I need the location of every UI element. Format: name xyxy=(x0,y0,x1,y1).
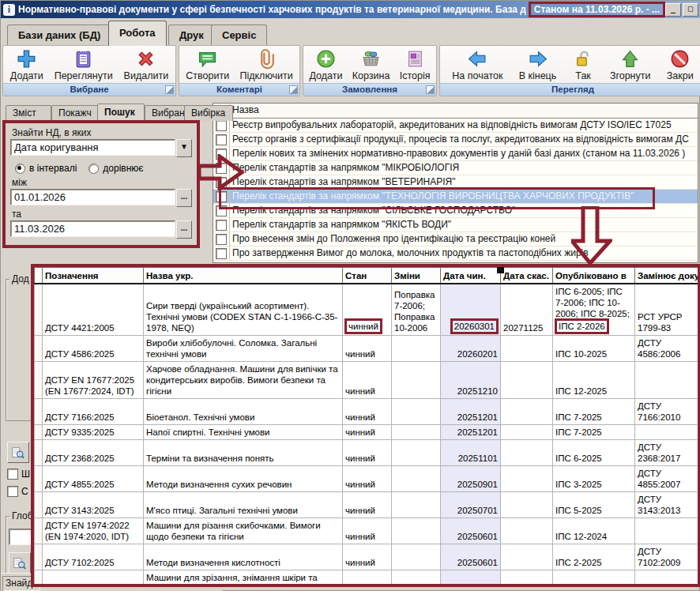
row-checkbox[interactable] xyxy=(216,220,227,231)
cell-changes xyxy=(392,425,441,440)
list-item[interactable]: Реєстр органів з сертифікації продукції,… xyxy=(213,133,698,147)
column-header-state[interactable]: Стан xyxy=(343,268,392,284)
annotation-value-box: ІПС 2-2026 xyxy=(555,318,609,334)
ribbon-button-arrow-right[interactable]: В кінець xyxy=(515,47,561,82)
list-item[interactable]: Перелік стандартів за напрямком "МІКРОБІ… xyxy=(213,161,698,175)
date-from-picker-button[interactable]: ... xyxy=(176,189,192,207)
cell-replaces xyxy=(635,518,698,544)
list-item[interactable]: Перелік стандартів за напрямком "СІЛЬСЬК… xyxy=(213,204,698,218)
date-to-picker-button[interactable]: ... xyxy=(176,220,192,239)
group-launcher-icon[interactable] xyxy=(289,85,298,94)
list-item[interactable]: Перелік стандартів за напрямком "ТЕХНОЛО… xyxy=(213,190,698,204)
row-gutter xyxy=(35,284,43,336)
search-magnifier-button[interactable] xyxy=(7,442,29,463)
sidebar-tab-vybirka[interactable]: Вибірка xyxy=(184,105,233,121)
list-item[interactable]: Перелік стандартів за напрямком "ЯКІСТЬ … xyxy=(213,218,698,232)
column-header-published[interactable]: Опубліковано в xyxy=(553,268,635,284)
ribbon-button-comment[interactable]: Створити xyxy=(182,47,233,82)
document-list-header[interactable]: Назва xyxy=(213,104,698,119)
row-checkbox[interactable] xyxy=(216,134,227,145)
ribbon-group-caption: Вибране xyxy=(3,83,175,96)
ribbon-button-history[interactable]: Історія xyxy=(396,47,435,82)
search-field-dropdown[interactable]: Дата коригування xyxy=(10,139,175,156)
ribbon-button-arrow-up[interactable]: Згорнути xyxy=(606,47,655,82)
sidebar-checkbox-1-label: Ш xyxy=(21,469,30,480)
cell-cancel xyxy=(501,440,553,466)
date-from-input[interactable]: 01.01.2026 xyxy=(10,189,175,205)
sidebar-group-dod-label: Дод xyxy=(9,273,32,284)
ribbon-button-plus-green[interactable]: Додати xyxy=(305,47,346,82)
row-checkbox[interactable] xyxy=(216,177,227,188)
sidebar-checkbox-1[interactable]: Ш xyxy=(7,469,30,480)
list-item[interactable]: Перелік нових та змінених нормативно-пра… xyxy=(213,147,698,161)
list-item[interactable]: Перелік стандартів за напрямком "ВЕТЕРИН… xyxy=(213,175,698,190)
table-row[interactable]: ДСТУ EN 1974:2022 (EN 1974:2020, IDT)Маш… xyxy=(35,518,698,544)
tab-databases[interactable]: Бази даних (БД) xyxy=(7,24,111,45)
column-header-name[interactable]: Назва укр. xyxy=(144,268,343,284)
ribbon-button-label: Додати xyxy=(10,70,43,81)
dropdown-arrow-icon[interactable]: ▼ xyxy=(176,139,192,157)
group-launcher-icon[interactable] xyxy=(426,85,435,94)
sidebar-tab-zmist[interactable]: Зміст xyxy=(6,105,51,121)
ribbon-button-close-no[interactable]: Закри xyxy=(663,47,698,82)
ribbon-button-plus-blue[interactable]: Додати xyxy=(6,47,47,82)
list-item[interactable]: Про внесення змін до Положення про ідент… xyxy=(213,232,698,247)
ribbon-group-4: На початокВ кінецьТакЗгорнутиЗакриПерегл… xyxy=(439,45,700,96)
magnifier-icon xyxy=(13,556,27,570)
column-header-replaces[interactable]: Замінює докумен xyxy=(635,268,698,284)
column-header-date[interactable]: Дата чин. xyxy=(441,268,501,284)
group-launcher-icon[interactable] xyxy=(165,85,174,94)
results-table: ПозначенняНазва укр.СтанЗміниДата чин.Да… xyxy=(34,267,698,587)
table-row[interactable]: ДСТУ 4586:2025Вироби хлібобулочні. Солом… xyxy=(35,336,698,362)
sidebar-tab-pokazh[interactable]: Покажч xyxy=(51,105,99,121)
list-item-label: Реєстр випробувальних лабораторій, акред… xyxy=(230,119,698,132)
sidebar-tab-poshuk[interactable]: Пошук xyxy=(97,104,145,122)
ribbon-button-paperclip[interactable]: Підключити xyxy=(235,47,296,82)
row-checkbox[interactable] xyxy=(216,248,227,259)
table-row[interactable]: ДСТУ EN 12355:2023 (EN 12355:2022, IDT)М… xyxy=(35,570,698,588)
list-item[interactable]: Про затвердження Вимог до молока, молочн… xyxy=(213,247,698,261)
global-magnifier-button[interactable] xyxy=(9,552,31,574)
row-checkbox[interactable] xyxy=(216,234,227,245)
list-item-label: Перелік стандартів за напрямком "ВЕТЕРИН… xyxy=(230,175,698,189)
column-header-changes[interactable]: Зміни xyxy=(392,268,441,284)
column-header-cancel[interactable]: Дата скас. xyxy=(501,268,553,284)
ribbon-button-label: Видалити xyxy=(124,70,169,81)
arrow-right-icon xyxy=(527,48,548,70)
radio-equals[interactable] xyxy=(88,164,99,174)
cell-replaces: РСТ УРСР 1799-83 xyxy=(635,284,698,336)
radio-interval[interactable] xyxy=(15,164,25,174)
row-checkbox[interactable] xyxy=(216,205,227,216)
row-checkbox[interactable] xyxy=(216,149,227,160)
date-to-input[interactable]: 11.03.2026 xyxy=(10,220,175,237)
table-row[interactable]: ДСТУ 2368:2025Терміни та визначення поня… xyxy=(35,440,698,466)
cell-changes xyxy=(392,544,441,570)
cell-date: 20251210 xyxy=(441,362,501,399)
table-row[interactable]: ДСТУ 7102:2025Методи визначення кислотно… xyxy=(35,544,698,570)
table-row[interactable]: ДСТУ 7166:2025Біоетанол. Технічні умович… xyxy=(35,399,698,425)
ribbon-button-padlock[interactable]: Так xyxy=(569,47,598,82)
cell-date: 20260201 xyxy=(441,336,501,362)
cell-published: ІПС 3-2025 xyxy=(553,466,635,492)
ribbon-button-delete-x[interactable]: Видалити xyxy=(120,47,173,82)
row-checkbox[interactable] xyxy=(216,163,227,174)
row-checkbox[interactable] xyxy=(216,120,227,131)
tab-druk[interactable]: Друк xyxy=(168,24,215,45)
table-row[interactable]: ДСТУ 4421:2005Сири тверді (український а… xyxy=(35,284,698,336)
sidebar-checkbox-2[interactable]: С xyxy=(7,486,28,497)
table-row[interactable]: ДСТУ 4855:2025Методи визначення сухих ре… xyxy=(35,466,698,492)
ribbon-button-view-notepad[interactable]: Переглянути xyxy=(51,47,117,82)
table-row[interactable]: ДСТУ 9335:2025Напої спиртні. Технічні ум… xyxy=(35,425,698,440)
minimize-button[interactable]: _ xyxy=(665,3,681,17)
tab-servis[interactable]: Сервіс xyxy=(211,24,267,45)
ribbon-button-arrow-left[interactable]: На початок xyxy=(448,47,506,82)
row-checkbox[interactable] xyxy=(216,191,227,202)
table-row[interactable]: ДСТУ 3143:2025М'ясо птиці. Загальні техн… xyxy=(35,492,698,518)
tab-robota[interactable]: Робота xyxy=(108,21,167,46)
list-item[interactable]: Реєстр випробувальних лабораторій, акред… xyxy=(213,119,698,133)
ribbon-button-basket[interactable]: Корзина xyxy=(348,47,394,82)
list-item-label: Про затвердження Вимог до молока, молочн… xyxy=(230,247,698,260)
column-header-designation[interactable]: Позначення xyxy=(43,268,144,284)
table-row[interactable]: ДСТУ EN 17677:2025 (EN 17677:2024, IDT)Х… xyxy=(35,362,698,399)
maximize-button[interactable]: □ xyxy=(683,3,698,17)
